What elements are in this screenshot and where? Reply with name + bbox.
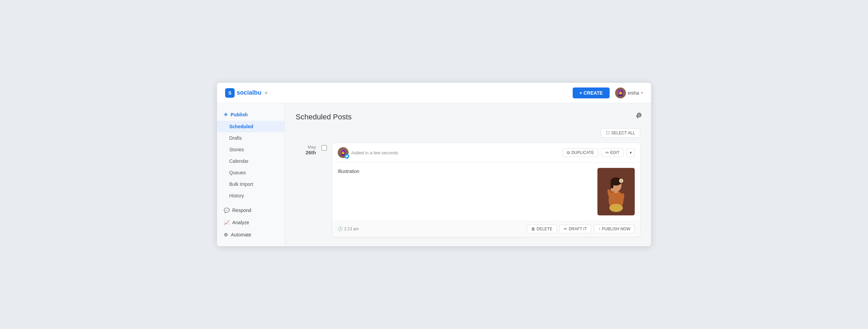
publish-now-button[interactable]: ↑ PUBLISH NOW xyxy=(594,225,635,233)
page-header: Scheduled Posts ▼ 1 xyxy=(296,113,640,121)
svg-point-10 xyxy=(611,188,614,192)
duplicate-icon: ⧉ xyxy=(567,150,570,155)
draft-icon: ✏ xyxy=(564,227,567,231)
logo-area: S socialbu xyxy=(225,88,268,98)
sidebar-publish-label: Publish xyxy=(231,112,248,117)
duplicate-button[interactable]: ⧉ DUPLICATE xyxy=(563,148,598,157)
post-checkbox-area xyxy=(321,143,327,237)
svg-rect-6 xyxy=(611,181,613,188)
logo-dot xyxy=(265,92,268,94)
create-button[interactable]: + CREATE xyxy=(573,88,610,98)
filter-button[interactable]: ▼ 1 xyxy=(635,114,640,120)
topbar-right: + CREATE 🧕 eisha ▾ xyxy=(573,88,643,98)
sidebar-item-stories[interactable]: Stories xyxy=(217,144,284,155)
delete-icon: 🗑 xyxy=(531,227,535,231)
post-image xyxy=(597,168,635,215)
content-area: Scheduled Posts ▼ 1 ☐ SELECT ALL xyxy=(285,103,651,246)
sidebar-automate-label: Automate xyxy=(231,232,251,237)
svg-point-2 xyxy=(609,204,623,212)
logo: S socialbu xyxy=(225,88,268,98)
chevron-down-icon: ▾ xyxy=(630,150,632,155)
delete-button[interactable]: 🗑 DELETE xyxy=(527,225,557,233)
publish-icon: ↑ xyxy=(598,227,600,231)
sidebar-item-calendar[interactable]: Calendar xyxy=(217,155,284,167)
twitter-badge xyxy=(344,154,349,159)
post-body: Illustration xyxy=(332,162,640,221)
sidebar-item-scheduled[interactable]: Scheduled xyxy=(217,121,284,132)
post-avatar: 🧕 xyxy=(338,147,349,158)
sidebar-item-analyze[interactable]: 📈 Analyze xyxy=(217,216,284,229)
publish-icon: ✈ xyxy=(224,112,228,117)
sidebar: ✈ Publish Scheduled Drafts Stories Calen… xyxy=(217,103,285,246)
app-window: S socialbu + CREATE 🧕 eisha ▾ ✈ Publish … xyxy=(217,83,651,246)
delete-label: DELETE xyxy=(537,227,553,231)
sidebar-item-drafts[interactable]: Drafts xyxy=(217,132,284,144)
chevron-down-icon: ▾ xyxy=(641,91,643,95)
post-added-time: Added in a few seconds xyxy=(351,150,398,155)
sidebar-item-history[interactable]: History xyxy=(217,190,284,201)
logo-name: socialbu xyxy=(237,89,261,96)
logo-icon: S xyxy=(225,88,235,98)
svg-point-8 xyxy=(620,180,622,182)
post-checkbox[interactable] xyxy=(321,145,327,151)
topbar: S socialbu + CREATE 🧕 eisha ▾ xyxy=(217,83,651,103)
page-title: Scheduled Posts xyxy=(296,113,352,121)
sidebar-analyze-label: Analyze xyxy=(232,220,249,225)
post-more-button[interactable]: ▾ xyxy=(627,148,635,157)
actions-bar: ☐ SELECT ALL xyxy=(296,128,640,138)
date-month: May xyxy=(296,144,316,150)
post-card-footer: 🕐 2:13 am 🗑 DELETE ✏ DRAFT IT xyxy=(332,221,640,237)
edit-button[interactable]: ✏ EDIT xyxy=(601,148,624,157)
clock-icon: 🕐 xyxy=(338,227,343,231)
sidebar-item-publish[interactable]: ✈ Publish xyxy=(217,109,284,121)
user-avatar: 🧕 xyxy=(615,88,626,98)
time-value: 2:13 am xyxy=(344,227,359,231)
date-day: 26th xyxy=(296,150,316,155)
sidebar-item-queues[interactable]: Queues xyxy=(217,167,284,178)
select-all-button[interactable]: ☐ SELECT ALL xyxy=(601,128,640,138)
post-card-actions: ⧉ DUPLICATE ✏ EDIT ▾ xyxy=(563,148,635,157)
filter-badge: 1 xyxy=(637,113,642,117)
user-area[interactable]: 🧕 eisha ▾ xyxy=(615,88,643,98)
edit-icon: ✏ xyxy=(606,150,609,155)
post-section: May 26th 🧕 xyxy=(296,143,640,237)
select-all-label: SELECT ALL xyxy=(611,131,635,135)
post-time: 🕐 2:13 am xyxy=(338,227,359,231)
post-footer-actions: 🗑 DELETE ✏ DRAFT IT ↑ PUBLISH NOW xyxy=(527,225,635,233)
automate-icon: ⚙ xyxy=(224,232,228,237)
filter-area: ▼ 1 xyxy=(635,114,640,120)
date-label: May 26th xyxy=(296,143,316,237)
edit-label: EDIT xyxy=(610,150,619,155)
post-text: Illustration xyxy=(338,168,593,215)
publish-label: PUBLISH NOW xyxy=(602,227,630,231)
sidebar-item-respond[interactable]: 💬 Respond xyxy=(217,204,284,216)
draft-it-button[interactable]: ✏ DRAFT IT xyxy=(559,225,591,233)
post-card-header: 🧕 Added in a few seconds xyxy=(332,143,640,162)
post-user-info: 🧕 Added in a few seconds xyxy=(338,147,398,158)
user-name: eisha xyxy=(628,90,639,96)
sidebar-item-automate[interactable]: ⚙ Automate xyxy=(217,229,284,241)
sidebar-item-bulk-import[interactable]: Bulk Import xyxy=(217,178,284,190)
main-layout: ✈ Publish Scheduled Drafts Stories Calen… xyxy=(217,103,651,246)
sidebar-respond-label: Respond xyxy=(232,208,251,213)
analyze-icon: 📈 xyxy=(224,220,230,225)
select-all-icon: ☐ xyxy=(606,131,610,135)
post-card: 🧕 Added in a few seconds xyxy=(332,143,640,237)
respond-icon: 💬 xyxy=(224,208,230,213)
draft-label: DRAFT IT xyxy=(569,227,587,231)
duplicate-label: DUPLICATE xyxy=(571,150,594,155)
